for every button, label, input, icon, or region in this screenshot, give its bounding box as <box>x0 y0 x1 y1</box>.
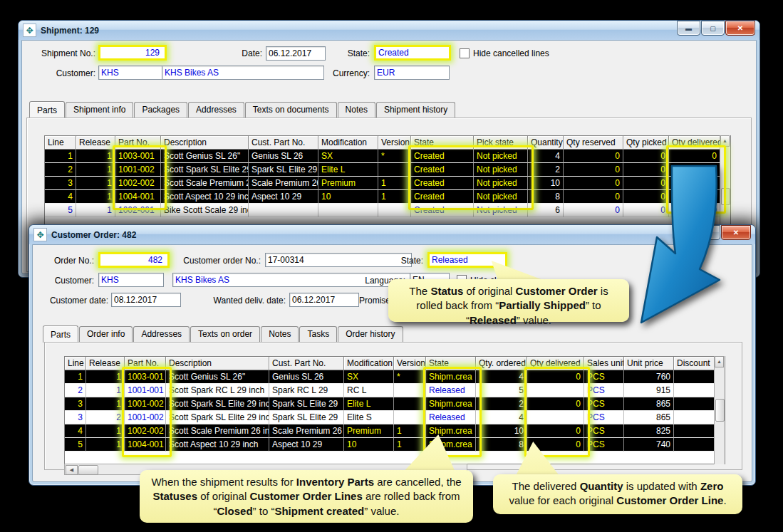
minimize-button[interactable]: ▬ <box>677 21 700 36</box>
state-label: State: <box>395 255 423 266</box>
scrollbar-thumb[interactable] <box>715 399 725 422</box>
tab-addresses[interactable]: Addresses <box>133 326 190 342</box>
window-title: Shipment: 129 <box>41 26 677 36</box>
column-header[interactable]: Unit price <box>624 357 674 370</box>
column-header[interactable]: Version <box>378 136 411 150</box>
scroll-up-icon[interactable]: ▲ <box>715 356 724 367</box>
column-header[interactable]: Description <box>166 357 269 370</box>
column-header[interactable]: Part No. <box>125 357 166 370</box>
window-title: Customer Order: 482 <box>51 230 673 240</box>
customer-date-field[interactable]: 08.12.2017 <box>111 293 181 307</box>
date-field[interactable]: 06.12.2017 <box>266 46 326 61</box>
tab-notes[interactable]: Notes <box>338 102 375 118</box>
table-cell <box>674 397 715 411</box>
table-cell: SX <box>318 150 378 163</box>
column-header[interactable]: Qty delivered <box>669 136 720 150</box>
table-cell: 1 <box>76 177 115 190</box>
customer-name-field[interactable]: KHS Bikes AS <box>162 66 324 80</box>
table-cell <box>394 397 426 411</box>
scroll-left-icon[interactable]: ◀ <box>66 465 78 475</box>
table-cell: 4 <box>476 411 527 424</box>
column-header[interactable]: Qty picked <box>623 136 669 150</box>
tab-notes[interactable]: Notes <box>261 326 299 342</box>
order-no-field[interactable]: 482 <box>98 252 170 268</box>
table-row[interactable]: 111003-001Scott Genius SL 26"Genius SL 2… <box>65 370 725 384</box>
column-header[interactable]: Qty. ordered <box>476 357 527 370</box>
table-cell: 1004-001 <box>125 438 166 452</box>
table-cell: Created <box>411 177 474 190</box>
table-cell: 4 <box>476 370 527 384</box>
maximize-button[interactable]: ▢ <box>701 21 725 36</box>
tab-parts[interactable]: Parts <box>29 101 65 118</box>
column-header[interactable]: Pick state <box>474 136 528 150</box>
column-header[interactable]: Qty delivered <box>527 357 584 370</box>
column-header[interactable]: Part No. <box>115 136 161 150</box>
tab-order-info[interactable]: Order info <box>79 326 133 342</box>
table-cell <box>249 204 318 217</box>
table-cell: Elite S <box>344 411 394 424</box>
column-header[interactable]: Version <box>394 357 426 370</box>
shipment-titlebar[interactable]: ✥ Shipment: 129 ▬ ▢ ✕ <box>19 21 759 40</box>
table-cell: * <box>394 370 426 384</box>
tab-order-history[interactable]: Order history <box>338 326 403 342</box>
column-header[interactable]: Discount <box>674 357 715 370</box>
table-cell: 0 <box>669 150 720 163</box>
table-cell: Shipm.crea <box>426 397 476 411</box>
shipment-no-field[interactable]: 129 <box>98 45 167 61</box>
tab-parts[interactable]: Parts <box>43 325 78 343</box>
scroll-up-icon[interactable]: ▲ <box>720 135 730 147</box>
order-table-vscrollbar[interactable]: ▲ <box>714 356 725 464</box>
column-header[interactable]: Release <box>86 357 125 370</box>
table-row[interactable]: 311001-002Scott Spark SL Elite 29 incSpa… <box>65 397 725 411</box>
table-row[interactable]: 511004-001Scott Aspect 10 29 inchAspect … <box>65 438 725 452</box>
table-cell: 1004-001 <box>115 190 161 204</box>
table-cell: 10 <box>318 190 378 204</box>
column-header[interactable]: Qty reserved <box>564 136 623 150</box>
table-row[interactable]: 111003-001Scott Genius SL 26"Genius SL 2… <box>45 150 730 163</box>
table-cell: 1 <box>76 163 115 177</box>
table-cell: 3 <box>45 177 76 190</box>
column-header[interactable]: Cust. Part No. <box>269 357 344 370</box>
scrollbar-thumb[interactable] <box>78 465 98 475</box>
column-header[interactable]: Modification <box>318 136 378 150</box>
customer-code-field[interactable]: KHS <box>98 66 162 80</box>
column-header[interactable]: Modification <box>344 357 394 370</box>
table-row[interactable]: 321001-002Scott Spark SL Elite 29 incSpa… <box>65 411 725 424</box>
customer-order-no-label: Customer order No.: <box>170 255 261 266</box>
table-row[interactable]: 411002-002Scott Scale Premium 26 incScal… <box>65 424 725 438</box>
table-header-row: LineReleasePart No.DescriptionCust. Part… <box>65 357 725 370</box>
currency-field[interactable]: EUR <box>374 66 450 80</box>
column-header[interactable]: State <box>426 357 476 370</box>
customer-order-no-field[interactable]: 17-00314 <box>265 253 412 267</box>
column-header[interactable]: Release <box>76 136 115 150</box>
tab-packages[interactable]: Packages <box>134 102 187 118</box>
table-cell: Shipm.crea <box>426 424 476 438</box>
table-cell: 0 <box>527 370 584 384</box>
table-cell: 3 <box>65 397 86 411</box>
tab-texts-on-documents[interactable]: Texts on documents <box>245 102 337 118</box>
column-header[interactable]: Quantity <box>528 136 564 150</box>
column-header[interactable]: Cust. Part No. <box>249 136 318 150</box>
table-cell: Spark SL Elite 29 <box>269 397 344 411</box>
table-row[interactable]: 211001-001Scott Spark RC L 29 inchSpark … <box>65 384 725 397</box>
table-cell: Scale Premium 26 <box>249 177 318 190</box>
table-cell: 1 <box>378 190 411 204</box>
hide-cancelled-checkbox[interactable] <box>460 48 470 58</box>
close-button[interactable]: ✕ <box>725 21 755 36</box>
column-header[interactable]: Line <box>65 357 86 370</box>
callout-qty-zero: The delivered Quantity is updated with Z… <box>493 474 742 514</box>
table-cell <box>674 424 715 438</box>
tab-shipment-history[interactable]: Shipment history <box>376 102 455 118</box>
state-field[interactable]: Created <box>374 45 451 61</box>
wanted-deliv-date-field[interactable]: 06.12.2017 <box>289 293 359 307</box>
column-header[interactable]: Description <box>161 136 249 150</box>
column-header[interactable]: State <box>411 136 474 150</box>
column-header[interactable]: Line <box>45 136 76 150</box>
tab-shipment-info[interactable]: Shipment info <box>66 102 133 118</box>
tab-tasks[interactable]: Tasks <box>299 326 337 342</box>
table-cell: PCS <box>584 424 624 438</box>
customer-code-field[interactable]: KHS <box>98 273 164 287</box>
tab-addresses[interactable]: Addresses <box>188 102 244 118</box>
tab-texts-on-order[interactable]: Texts on order <box>190 326 260 342</box>
column-header[interactable]: Sales unit <box>584 357 624 370</box>
